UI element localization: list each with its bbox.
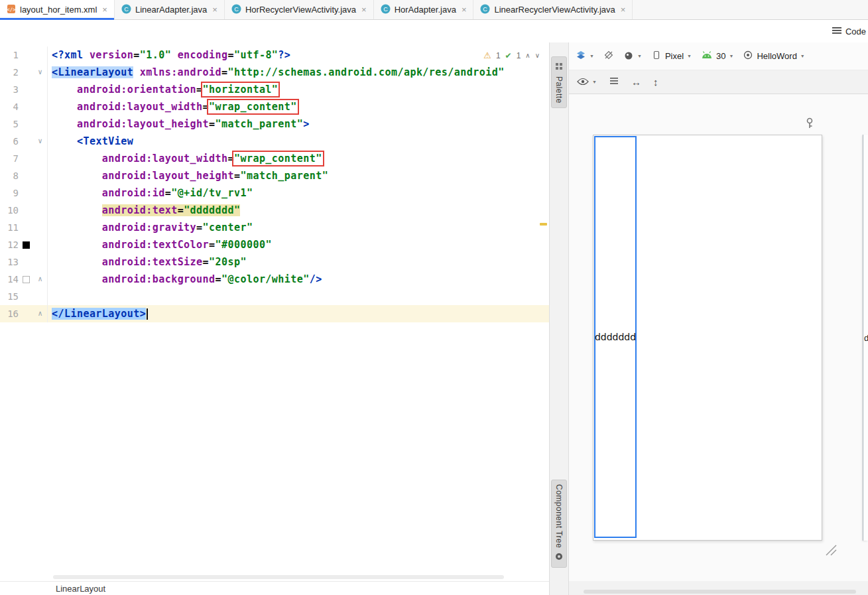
line-number: 2 bbox=[0, 64, 19, 81]
editor-horizontal-scrollbar[interactable] bbox=[53, 575, 504, 579]
svg-text:C: C bbox=[483, 6, 488, 13]
device-frame-button[interactable] bbox=[603, 50, 614, 62]
tab-hor-adapter-java[interactable]: C HorAdapter.java × bbox=[374, 0, 474, 19]
code-token: "match_parent" bbox=[240, 170, 328, 182]
key-icon[interactable] bbox=[806, 117, 814, 132]
line-number: 9 bbox=[0, 184, 19, 202]
palette-tab[interactable]: Palette bbox=[551, 56, 567, 108]
selected-component[interactable]: ddddddd bbox=[594, 136, 637, 538]
code-line[interactable]: 3 android:orientation="horizontal" bbox=[0, 81, 549, 98]
close-icon[interactable]: × bbox=[621, 5, 626, 15]
component-tree-tab[interactable]: Component Tree bbox=[551, 480, 567, 568]
code-token: > bbox=[303, 118, 309, 130]
code-token: "@color/white" bbox=[221, 273, 310, 285]
code-token: = bbox=[203, 101, 209, 113]
expand-horizontal-button[interactable]: ↔ bbox=[631, 76, 641, 88]
inspections-widget[interactable]: ⚠ 1 ✔ 1 ∧ ∨ bbox=[483, 50, 540, 60]
design-surface-button[interactable]: ▼ bbox=[576, 50, 594, 62]
close-icon[interactable]: × bbox=[361, 5, 367, 15]
editor-tab-bar: </> layout_hor_item.xml × C LinearAdapte… bbox=[0, 0, 868, 20]
code-token: android:layout_width bbox=[77, 101, 203, 113]
device-label: Pixel bbox=[665, 51, 684, 61]
api-level-selector[interactable]: 30 ▼ bbox=[701, 50, 733, 62]
editor-pane[interactable]: 1<?xml version="1.0" encoding="utf-8"?>2… bbox=[0, 42, 549, 581]
code-token bbox=[52, 239, 102, 251]
device-selector[interactable]: Pixel ▼ bbox=[651, 50, 692, 62]
close-icon[interactable]: × bbox=[462, 5, 467, 15]
code-line[interactable]: 12 android:textColor="#000000" bbox=[0, 236, 549, 253]
close-icon[interactable]: × bbox=[212, 5, 217, 15]
design-canvas[interactable]: ddddddd d bbox=[569, 94, 868, 581]
code-line[interactable]: 11 android:gravity="center" bbox=[0, 219, 549, 236]
tab-linear-recycler-view-activity-java[interactable]: C LinearRecyclerViewActivity.java × bbox=[473, 0, 633, 19]
tab-label: HorAdapter.java bbox=[395, 5, 456, 15]
color-preview-swatch[interactable] bbox=[19, 236, 33, 253]
svg-text:</>: </> bbox=[7, 6, 16, 12]
fold-marker-icon[interactable]: ∨ bbox=[33, 64, 48, 81]
code-token bbox=[52, 153, 102, 165]
line-number: 6 bbox=[0, 133, 19, 150]
code-token: android:gravity bbox=[102, 222, 196, 233]
chevron-down-icon: ▼ bbox=[592, 80, 597, 84]
code-token: encoding bbox=[178, 49, 228, 61]
chevron-down-icon: ▼ bbox=[687, 54, 692, 58]
fold-space bbox=[33, 46, 48, 64]
code-token: = bbox=[228, 49, 234, 61]
status-row: LinearLayout bbox=[0, 581, 868, 595]
code-token bbox=[52, 204, 102, 216]
code-token: = bbox=[209, 239, 215, 251]
tab-linear-adapter-java[interactable]: C LinearAdapter.java × bbox=[115, 0, 225, 19]
line-number: 1 bbox=[0, 46, 19, 64]
code-line[interactable]: 6∨ <TextView bbox=[0, 133, 549, 150]
night-mode-button[interactable]: ▼ bbox=[623, 50, 642, 62]
resize-handle[interactable] bbox=[824, 543, 837, 559]
code-line[interactable]: 16∧</LinearLayout> bbox=[0, 305, 549, 322]
warning-stripe-mark[interactable] bbox=[540, 223, 547, 226]
chevron-down-icon: ▼ bbox=[637, 54, 642, 58]
code-line[interactable]: 8 android:layout_height="match_parent" bbox=[0, 167, 549, 184]
theme-selector[interactable]: HelloWord ▼ bbox=[743, 50, 804, 62]
code-token: = bbox=[196, 84, 202, 96]
code-line[interactable]: 5 android:layout_height="match_parent"> bbox=[0, 115, 549, 133]
device-screen[interactable]: ddddddd bbox=[593, 135, 822, 541]
xml-file-icon: </> bbox=[7, 4, 16, 16]
code-mode-switcher[interactable]: Code bbox=[832, 27, 868, 36]
component-tree-icon bbox=[555, 551, 563, 563]
code-token: "horizontal" bbox=[203, 84, 279, 96]
gutter-space bbox=[19, 184, 33, 202]
tab-hor-recycler-view-activity-java[interactable]: C HorRecyclerViewActivity.java × bbox=[225, 0, 374, 19]
fold-space bbox=[33, 253, 48, 271]
fold-marker-icon[interactable]: ∨ bbox=[33, 133, 48, 150]
chevron-down-icon[interactable]: ∨ bbox=[535, 52, 540, 59]
color-preview-swatch[interactable] bbox=[19, 271, 33, 288]
code-line[interactable]: 10 android:text="ddddddd" bbox=[0, 202, 549, 219]
code-line[interactable]: 4 android:layout_width="wrap_content" bbox=[0, 98, 549, 115]
code-lines: 1<?xml version="1.0" encoding="utf-8"?>2… bbox=[0, 46, 549, 322]
code-line[interactable]: 2∨<LinearLayout xmlns:android="http://sc… bbox=[0, 64, 549, 81]
gutter-space bbox=[19, 98, 33, 115]
close-icon[interactable]: × bbox=[102, 5, 107, 15]
api-level-label: 30 bbox=[716, 51, 725, 61]
chevron-up-icon[interactable]: ∧ bbox=[525, 52, 530, 59]
tab-layout-hor-item-xml[interactable]: </> layout_hor_item.xml × bbox=[0, 0, 115, 19]
code-line[interactable]: 13 android:textSize="20sp" bbox=[0, 253, 549, 271]
arrow-horizontal-icon: ↔ bbox=[631, 76, 641, 88]
layout-list-button[interactable] bbox=[609, 76, 619, 88]
fold-marker-icon[interactable]: ∧ bbox=[33, 305, 48, 322]
code-line[interactable]: 14∧ android:background="@color/white"/> bbox=[0, 271, 549, 288]
code-line[interactable]: 1<?xml version="1.0" encoding="utf-8"?> bbox=[0, 46, 549, 64]
fold-marker-icon[interactable]: ∧ bbox=[33, 271, 48, 288]
code-token: version bbox=[90, 49, 133, 61]
class-icon: C bbox=[121, 4, 131, 16]
design-toolbar-primary: ▼ ▼ Pixel ▼ 30 ▼ bbox=[569, 42, 868, 70]
code-line[interactable]: 7 android:layout_width="wrap_content" bbox=[0, 150, 549, 167]
code-line[interactable]: 15 bbox=[0, 288, 549, 305]
component-tree-tab-label: Component Tree bbox=[554, 484, 564, 548]
breadcrumb-item[interactable]: LinearLayout bbox=[56, 584, 105, 594]
line-number: 12 bbox=[0, 236, 19, 253]
expand-vertical-button[interactable]: ↕ bbox=[653, 76, 658, 88]
code-line[interactable]: 9 android:id="@+id/tv_rv1" bbox=[0, 184, 549, 202]
design-horizontal-scrollbar[interactable] bbox=[584, 590, 856, 594]
view-options-button[interactable]: ▼ bbox=[577, 76, 597, 88]
code-token: android:textSize bbox=[102, 256, 203, 268]
